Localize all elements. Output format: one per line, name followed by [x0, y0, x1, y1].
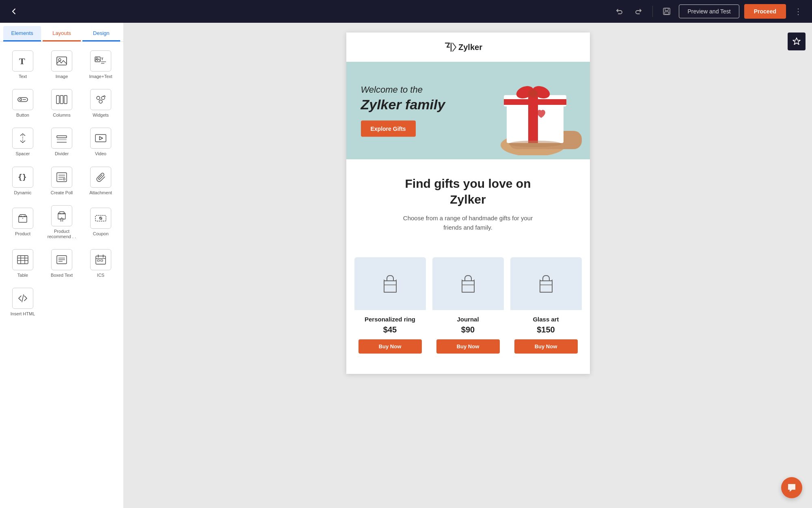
product-card-1: Journal $90 Buy Now	[432, 257, 504, 358]
element-divider-label: Divider	[55, 151, 69, 156]
element-image-text-label: Image+Text	[89, 74, 112, 79]
button-element-icon	[12, 89, 33, 110]
hero-text: Welcome to the Zylker family Explore Gif…	[361, 85, 445, 137]
product-price-1: $90	[436, 325, 500, 334]
element-coupon[interactable]: Coupon	[81, 200, 120, 244]
hero-headline: Zylker family	[361, 97, 445, 113]
element-insert-html-label: Insert HTML	[11, 311, 35, 317]
element-widgets-label: Widgets	[93, 113, 109, 118]
chat-bubble[interactable]	[781, 477, 802, 498]
product-name-2: Glass art	[514, 316, 578, 323]
product-info-1: Journal $90 Buy Now	[432, 310, 504, 358]
hero-welcome-text: Welcome to the	[361, 85, 445, 95]
element-widgets[interactable]: Widgets	[81, 84, 120, 122]
create-poll-element-icon	[51, 167, 72, 188]
buy-now-button-0[interactable]: Buy Now	[358, 339, 422, 354]
svg-rect-4	[57, 57, 67, 65]
element-video-label: Video	[95, 151, 106, 156]
element-product[interactable]: Product	[3, 200, 42, 244]
product-image-1	[432, 257, 504, 310]
svg-text:T: T	[19, 56, 25, 66]
spacer-element-icon	[12, 128, 33, 149]
element-text[interactable]: T Text	[3, 45, 42, 84]
svg-point-17	[97, 96, 100, 100]
element-create-poll-label: Create Poll	[51, 190, 73, 195]
svg-rect-6	[95, 57, 100, 62]
divider-element-icon	[51, 128, 72, 149]
element-video[interactable]: Video	[81, 122, 120, 161]
topbar: Preview and Test Proceed ⋮	[0, 0, 812, 23]
svg-point-18	[102, 96, 105, 100]
redo-button[interactable]	[631, 4, 646, 19]
preview-and-test-button[interactable]: Preview and Test	[679, 4, 739, 18]
buy-now-button-1[interactable]: Buy Now	[436, 339, 500, 354]
element-button[interactable]: Button	[3, 84, 42, 122]
element-insert-html[interactable]: Insert HTML	[3, 282, 42, 321]
tab-layouts[interactable]: Layouts	[43, 26, 80, 41]
logo-section: Zylker	[346, 33, 590, 62]
dynamic-element-icon: {}	[12, 167, 33, 188]
find-gifts-section: Find gifts you love on Zylker Choose fro…	[346, 159, 590, 257]
element-image[interactable]: Image	[42, 45, 81, 84]
element-spacer[interactable]: Spacer	[3, 122, 42, 161]
hero-image	[476, 62, 590, 159]
product-name-0: Personalized ring	[358, 316, 422, 323]
more-options-button[interactable]: ⋮	[791, 4, 806, 19]
svg-point-64	[528, 89, 538, 98]
element-product-recommend-label: Product recommend . .	[44, 229, 79, 239]
proceed-button[interactable]: Proceed	[744, 4, 786, 19]
canvas-area: Zylker Welcome to the Zylker family Expl…	[124, 23, 812, 508]
element-text-label: Text	[19, 74, 27, 79]
tab-elements[interactable]: Elements	[3, 26, 41, 41]
zylker-logo: Zylker	[444, 41, 492, 54]
element-boxed-text-label: Boxed Text	[51, 273, 73, 278]
svg-rect-52	[97, 260, 99, 261]
element-dynamic-label: Dynamic	[14, 190, 32, 195]
hero-section: Welcome to the Zylker family Explore Gif…	[346, 62, 590, 159]
tab-bar: Elements Layouts Design	[0, 23, 123, 42]
svg-rect-53	[101, 260, 103, 261]
widgets-element-icon	[90, 89, 111, 110]
buy-now-button-2[interactable]: Buy Now	[514, 339, 578, 354]
element-ics[interactable]: ICS	[81, 244, 120, 282]
columns-element-icon	[51, 89, 72, 110]
product-info-2: Glass art $150 Buy Now	[510, 310, 582, 358]
product-price-2: $150	[514, 325, 578, 334]
svg-rect-24	[57, 139, 67, 140]
element-create-poll[interactable]: Create Poll	[42, 161, 81, 200]
element-product-label: Product	[15, 231, 30, 237]
save-button[interactable]	[659, 4, 674, 19]
back-button[interactable]	[6, 4, 21, 19]
svg-rect-26	[95, 135, 106, 142]
element-spacer-label: Spacer	[16, 151, 30, 156]
element-image-text[interactable]: T Image+Text	[81, 45, 120, 84]
table-element-icon	[12, 249, 33, 270]
svg-point-65	[509, 141, 561, 147]
element-table-label: Table	[17, 273, 28, 278]
undo-button[interactable]	[612, 4, 626, 19]
element-dynamic[interactable]: {} Dynamic	[3, 161, 42, 200]
element-table[interactable]: Table	[3, 244, 42, 282]
element-divider[interactable]: Divider	[42, 122, 81, 161]
topbar-divider	[652, 6, 653, 17]
element-boxed-text[interactable]: Boxed Text	[42, 244, 81, 282]
svg-point-19	[99, 100, 102, 103]
element-columns[interactable]: Columns	[42, 84, 81, 122]
product-name-1: Journal	[436, 316, 500, 323]
explore-gifts-button[interactable]: Explore Gifts	[361, 121, 416, 137]
svg-rect-1	[665, 8, 668, 11]
elements-grid: T Text Image	[0, 42, 123, 325]
ics-element-icon	[90, 249, 111, 270]
coupon-element-icon	[90, 208, 111, 229]
boxed-text-element-icon	[51, 249, 72, 270]
element-product-recommend[interactable]: Product recommend . .	[42, 200, 81, 244]
bookmark-button[interactable]	[788, 33, 806, 50]
svg-rect-35	[58, 214, 65, 219]
tab-design[interactable]: Design	[82, 26, 120, 41]
svg-rect-16	[64, 96, 67, 104]
element-coupon-label: Coupon	[93, 231, 109, 237]
element-attachment[interactable]: Attachment	[81, 161, 120, 200]
product-card-0: Personalized ring $45 Buy Now	[354, 257, 426, 358]
main-area: Elements Layouts Design T Text	[0, 23, 812, 508]
product-element-icon	[12, 208, 33, 229]
